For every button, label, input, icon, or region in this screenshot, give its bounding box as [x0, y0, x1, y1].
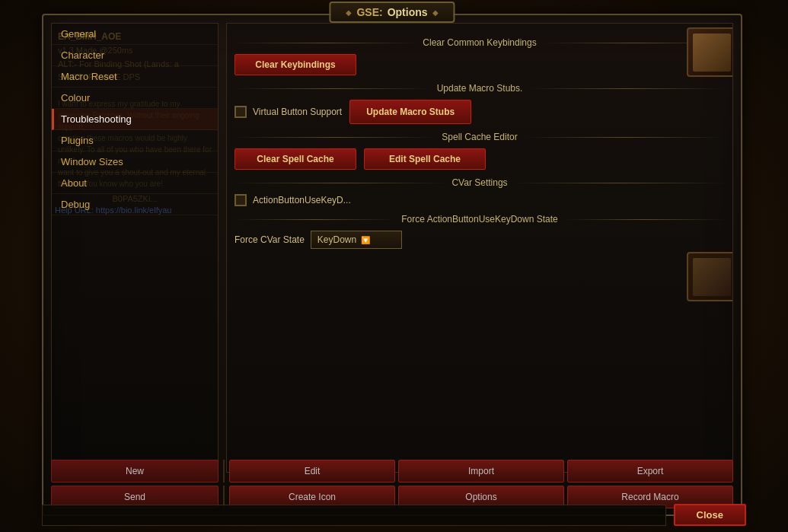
main-window: GSE: Options EA_BMH_AOE v1.3 Made @250ms…	[42, 14, 742, 516]
force-cvar-container: Force CVar State KeyDown 🔽	[234, 231, 725, 249]
content-area: Clear Common Keybindings Clear Keybindin…	[226, 23, 733, 473]
sidebar-item-about[interactable]: About	[52, 173, 218, 194]
dropdown-arrow-icon: 🔽	[361, 236, 370, 244]
sidebar-item-colour[interactable]: Colour	[52, 88, 218, 109]
new-button[interactable]: New	[51, 460, 219, 483]
section-line-right-5	[564, 219, 725, 220]
force-cvar-label: Force CVar State	[234, 234, 305, 245]
section-label-force-cvar: Force ActionButtonUseKeyDown State	[401, 214, 557, 225]
clear-keybindings-button[interactable]: Clear Keybindings	[234, 54, 356, 75]
title-bar: GSE: Options	[329, 2, 455, 23]
bottom-input[interactable]	[42, 505, 666, 526]
import-button[interactable]: Import	[398, 460, 564, 483]
toolbar-left-group-1: New	[51, 460, 219, 483]
export-button[interactable]: Export	[567, 460, 733, 483]
virtual-button-checkbox[interactable]	[234, 106, 247, 118]
section-line-left-3	[234, 137, 435, 138]
section-line-right-3	[524, 137, 725, 138]
force-cvar-dropdown[interactable]: KeyDown 🔽	[311, 231, 402, 249]
section-label-spell-cache: Spell Cache Editor	[442, 132, 517, 142]
title-gse: GSE:	[356, 6, 382, 18]
action-button-checkbox[interactable]	[234, 194, 247, 206]
title-options: Options	[388, 6, 428, 18]
section-label-macro-stubs: Update Macro Stubs.	[437, 83, 523, 94]
edit-button[interactable]: Edit	[229, 460, 395, 483]
toolbar-row-1: New Edit Import Export	[51, 460, 733, 483]
dropdown-value: KeyDown	[317, 234, 356, 245]
section-header-spell-cache: Spell Cache Editor	[234, 132, 725, 142]
toolbar-right-group-1: Edit Import Export	[229, 460, 733, 483]
section-line-left-5	[234, 219, 395, 220]
sidebar-item-troubleshooting[interactable]: Troubleshooting	[52, 109, 218, 130]
section-label-keybindings: Clear Common Keybindings	[423, 37, 536, 48]
spell-cache-row: Clear Spell Cache Edit Spell Cache	[234, 148, 725, 170]
section-line-left-2	[234, 88, 431, 89]
macro-preview-top	[687, 27, 733, 77]
section-header-cvar: CVar Settings	[234, 177, 725, 188]
sidebar-item-general[interactable]: General	[52, 24, 218, 45]
section-line-left-4	[234, 183, 445, 183]
sidebar-item-plugins[interactable]: Plugins	[52, 130, 218, 151]
action-button-cvar-row: ActionButtonUseKeyD...	[234, 194, 725, 206]
section-line-right-4	[514, 183, 725, 183]
macro-preview-bottom	[687, 252, 733, 301]
virtual-button-support-row: Virtual Button Support	[234, 106, 342, 118]
section-header-force-cvar: Force ActionButtonUseKeyDown State	[234, 214, 725, 225]
section-header-keybindings: Clear Common Keybindings	[234, 37, 725, 48]
macro-stubs-row: Virtual Button Support Update Macro Stub…	[234, 100, 725, 124]
sidebar-item-window-sizes[interactable]: Window Sizes	[52, 151, 218, 173]
update-macro-stubs-button[interactable]: Update Macro Stubs	[349, 100, 471, 124]
keybindings-row: Clear Keybindings	[234, 54, 725, 75]
virtual-button-label: Virtual Button Support	[253, 107, 342, 117]
clear-spell-cache-button[interactable]: Clear Spell Cache	[234, 148, 356, 170]
sidebar-item-character[interactable]: Character	[52, 45, 218, 66]
action-button-label: ActionButtonUseKeyD...	[253, 195, 351, 205]
section-label-cvar: CVar Settings	[451, 177, 507, 188]
close-bar: Close	[42, 504, 746, 526]
sidebar-item-macro-reset[interactable]: Macro Reset	[52, 66, 218, 88]
section-header-macro-stubs: Update Macro Stubs.	[234, 83, 725, 94]
section-line-right-2	[528, 88, 725, 89]
section-line-left	[234, 43, 416, 43]
sidebar-item-debug[interactable]: Debug	[52, 194, 218, 215]
edit-spell-cache-button[interactable]: Edit Spell Cache	[364, 148, 486, 170]
close-button[interactable]: Close	[674, 504, 746, 526]
toolbar-divider-1	[223, 460, 225, 483]
sidebar: EA_BMH_AOE v1.3 Made @250ms ALT:- For Bi…	[51, 23, 219, 473]
